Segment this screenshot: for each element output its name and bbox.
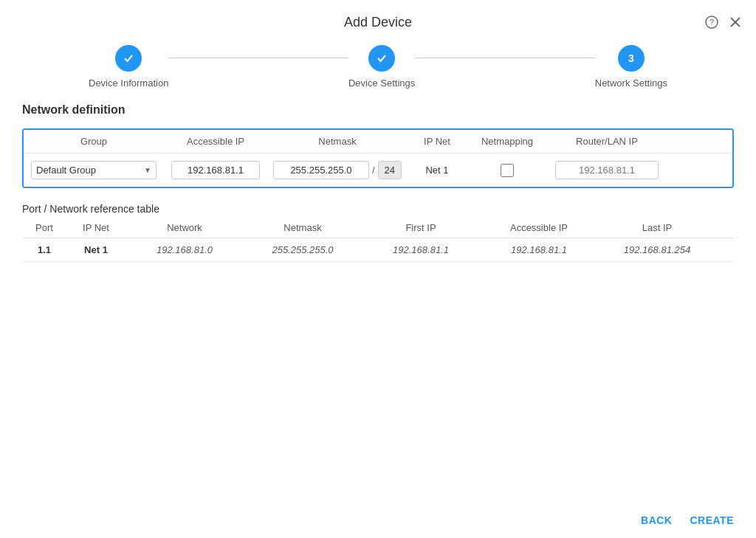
close-button[interactable] [726, 13, 744, 31]
netmask-group: / 24 [273, 161, 402, 179]
stepper: Device Information Device Settings 3 Net… [0, 38, 756, 103]
col-ip-net: IP Net [408, 130, 467, 153]
cidr-badge: 24 [378, 161, 402, 179]
network-def-data-row: Default Group ▼ / 24 [24, 154, 732, 187]
netmapping-cell [467, 161, 548, 180]
network-def-header: Group Accessible IP Netmask IP Net Netma… [24, 130, 732, 154]
group-select[interactable]: Default Group ▼ [31, 161, 157, 179]
back-button[interactable]: BACK [641, 514, 672, 526]
group-select-value: Default Group [36, 165, 96, 176]
step-3-circle: 3 [618, 45, 645, 72]
ref-col-first-ip: First IP [362, 222, 480, 233]
netmask-input[interactable] [273, 161, 369, 179]
ip-net-cell: Net 1 [408, 162, 467, 179]
reference-table: Port IP Net Network Netmask First IP Acc… [22, 222, 734, 262]
ref-col-netmask: Netmask [244, 222, 362, 233]
ref-row-netmask: 255.255.255.0 [244, 244, 362, 255]
router-lan-ip-input[interactable] [555, 161, 659, 179]
reference-table-title: Port / Network reference table [22, 203, 734, 215]
add-device-dialog: Add Device ? D [0, 0, 756, 538]
step-1-circle [115, 45, 142, 72]
ref-row-first-ip: 192.168.81.1 [362, 244, 480, 255]
col-netmask: Netmask [267, 130, 408, 153]
ip-net-value: Net 1 [425, 165, 448, 176]
netmask-cell: / 24 [267, 158, 408, 182]
dialog-content: Network definition Group Accessible IP N… [0, 103, 756, 503]
col-group: Group [24, 130, 164, 153]
accessible-ip-cell [164, 158, 267, 182]
router-lan-ip-cell [548, 158, 666, 182]
group-cell: Default Group ▼ [24, 158, 164, 182]
dialog-footer: BACK CREATE [0, 503, 756, 538]
step-3-label: Network Settings [595, 77, 667, 89]
col-accessible-ip: Accessible IP [164, 130, 267, 153]
ref-col-network: Network [126, 222, 244, 233]
help-button[interactable]: ? [703, 13, 721, 31]
reference-section: Port / Network reference table Port IP N… [22, 203, 734, 262]
step-network-settings: 3 Network Settings [595, 45, 667, 89]
col-netmapping: Netmapping [467, 130, 548, 153]
accessible-ip-input[interactable] [171, 161, 260, 179]
step-3-number: 3 [628, 52, 634, 64]
step-1-label: Device Information [89, 77, 168, 89]
step-device-information: Device Information [89, 45, 168, 89]
ref-col-last-ip: Last IP [598, 222, 716, 233]
create-button[interactable]: CREATE [690, 514, 734, 526]
col-router-lan-ip: Router/LAN IP [548, 130, 666, 153]
ref-col-accessible-ip: Accessible IP [480, 222, 598, 233]
ref-row-port: 1.1 [22, 244, 66, 255]
ref-col-ip-net: IP Net [66, 222, 126, 233]
cidr-separator: / [372, 165, 375, 176]
step-2-circle [368, 45, 395, 72]
ref-col-port: Port [22, 222, 66, 233]
svg-text:?: ? [709, 18, 714, 27]
network-definition-table: Group Accessible IP Netmask IP Net Netma… [22, 128, 734, 188]
step-device-settings: Device Settings [348, 45, 415, 89]
dialog-header: Add Device ? [0, 0, 756, 38]
connector-1 [168, 58, 348, 58]
table-row: 1.1 Net 1 192.168.81.0 255.255.255.0 192… [22, 238, 734, 262]
netmapping-checkbox[interactable] [501, 164, 514, 177]
dropdown-arrow-icon: ▼ [144, 166, 151, 174]
ref-row-last-ip: 192.168.81.254 [598, 244, 716, 255]
ref-row-network: 192.168.81.0 [126, 244, 244, 255]
ref-row-ip-net: Net 1 [66, 244, 126, 255]
dialog-title: Add Device [344, 15, 412, 30]
ref-row-accessible-ip: 192.168.81.1 [480, 244, 598, 255]
step-2-label: Device Settings [348, 77, 415, 89]
header-icons: ? [703, 13, 744, 31]
ref-table-header: Port IP Net Network Netmask First IP Acc… [22, 222, 734, 238]
network-definition-title: Network definition [22, 103, 734, 117]
connector-2 [415, 58, 595, 58]
